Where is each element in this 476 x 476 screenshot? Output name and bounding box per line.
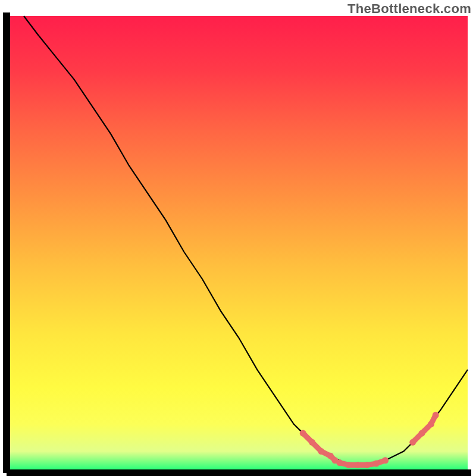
highlight-dot [346,462,352,468]
highlight-dot [409,439,416,446]
chart-svg [0,0,476,476]
watermark-text: TheBottleneck.com [347,1,471,17]
highlight-dot [428,421,434,427]
highlight-dot [433,412,439,418]
highlight-dot [355,462,361,468]
highlight-dot [318,448,324,455]
highlight-dot [373,461,380,467]
highlight-dot [364,462,370,468]
highlight-dot [419,430,425,437]
highlight-dot [300,430,306,437]
highlight-dot [382,457,389,464]
highlight-dot [309,439,315,446]
chart-frame: TheBottleneck.com [0,0,476,476]
highlight-dot [336,459,343,466]
gradient-background [10,16,468,469]
